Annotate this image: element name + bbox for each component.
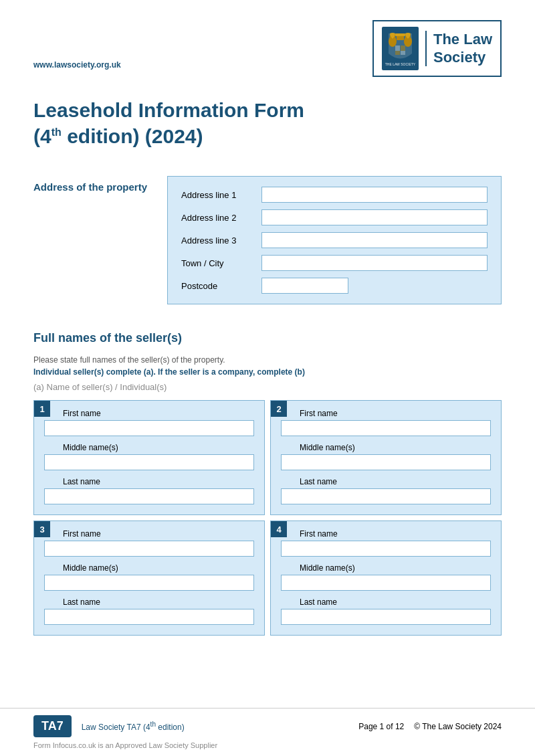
seller-card-2: 2 First name Middle name(s) Last name <box>270 400 502 515</box>
seller-1-middlename-input[interactable] <box>44 454 254 470</box>
address-section: Address of the property Address line 1 A… <box>0 163 535 318</box>
seller-1-middlename-label: Middle name(s) <box>44 443 254 452</box>
seller-3-middlename-group: Middle name(s) <box>44 563 254 591</box>
seller-3-lastname-input[interactable] <box>44 609 254 625</box>
footer-bar: TA7 Law Society TA7 (4th edition) Page 1… <box>33 715 502 737</box>
seller-3-firstname-group: First name <box>44 529 254 557</box>
logo-line1: The Law <box>433 31 492 48</box>
footer-page-info: Page 1 of 12 <box>358 722 404 731</box>
seller-3-firstname-input[interactable] <box>44 541 254 557</box>
seller-4-middlename-group: Middle name(s) <box>281 563 491 591</box>
seller-3-firstname-label: First name <box>44 529 254 539</box>
seller-card-1: 1 First name Middle name(s) Last name <box>33 400 265 515</box>
footer-supplier: Form Infocus.co.uk is an Approved Law So… <box>33 741 502 749</box>
sellers-instruction: Please state full names of the seller(s)… <box>33 355 502 365</box>
town-city-label: Town / City <box>181 258 255 268</box>
seller-4-middlename-label: Middle name(s) <box>281 563 491 573</box>
seller-1-firstname-label: First name <box>44 409 254 418</box>
footer-form-name: Law Society TA7 (4th edition) <box>82 721 349 732</box>
seller-2-firstname-input[interactable] <box>281 420 491 436</box>
address-row-town: Town / City <box>181 255 488 271</box>
svg-rect-8 <box>401 45 405 51</box>
sellers-sub-label: (a) Name of seller(s) / Individual(s) <box>33 382 502 392</box>
svg-rect-6 <box>395 33 405 36</box>
address-row-2: Address line 2 <box>181 209 488 225</box>
header: www.lawsociety.org.uk <box>0 0 535 84</box>
seller-2-middlename-label: Middle name(s) <box>281 443 491 452</box>
main-title: Leasehold Information Form (4th edition)… <box>33 97 502 149</box>
seller-4-firstname-label: First name <box>281 529 491 539</box>
page: www.lawsociety.org.uk <box>0 0 535 756</box>
seller-3-lastname-group: Last name <box>44 597 254 625</box>
seller-2-middlename-input[interactable] <box>281 454 491 470</box>
address-line2-label: Address line 2 <box>181 213 255 223</box>
title-sup: th <box>51 126 62 138</box>
address-section-label: Address of the property <box>33 176 154 193</box>
seller-number-4: 4 <box>271 521 287 537</box>
seller-number-3: 3 <box>34 521 50 537</box>
seller-2-lastname-input[interactable] <box>281 488 491 504</box>
seller-number-1: 1 <box>34 401 50 417</box>
logo-text: The Law Society <box>425 31 492 66</box>
seller-3-middlename-input[interactable] <box>44 575 254 591</box>
address-line3-input[interactable] <box>261 232 488 248</box>
seller-2-firstname-group: First name <box>281 409 491 436</box>
footer-copyright: © The Law Society 2024 <box>414 722 502 731</box>
sellers-grid: 1 First name Middle name(s) Last name 2 <box>33 400 502 636</box>
seller-1-lastname-group: Last name <box>44 477 254 504</box>
seller-4-middlename-input[interactable] <box>281 575 491 591</box>
seller-4-lastname-input[interactable] <box>281 609 491 625</box>
seller-card-3: 3 First name Middle name(s) Last name <box>33 521 265 636</box>
footer: TA7 Law Society TA7 (4th edition) Page 1… <box>0 708 535 756</box>
seller-number-2: 2 <box>271 401 287 417</box>
postcode-input[interactable] <box>261 278 348 294</box>
seller-1-firstname-input[interactable] <box>44 420 254 436</box>
logo-line2: Society <box>433 49 492 66</box>
main-title-section: Leasehold Information Form (4th edition)… <box>0 84 535 163</box>
address-row-postcode: Postcode <box>181 278 488 294</box>
seller-2-lastname-group: Last name <box>281 477 491 504</box>
seller-4-lastname-group: Last name <box>281 597 491 625</box>
address-row-3: Address line 3 <box>181 232 488 248</box>
seller-1-lastname-label: Last name <box>44 477 254 486</box>
svg-rect-7 <box>395 45 400 51</box>
seller-3-middlename-label: Middle name(s) <box>44 563 254 573</box>
seller-2-middlename-group: Middle name(s) <box>281 443 491 470</box>
seller-4-lastname-label: Last name <box>281 597 491 607</box>
postcode-label: Postcode <box>181 281 255 291</box>
website-url: www.lawsociety.org.uk <box>33 60 121 70</box>
sellers-instruction-bold: Individual seller(s) complete (a). If th… <box>33 367 502 377</box>
seller-4-firstname-input[interactable] <box>281 541 491 557</box>
address-line3-label: Address line 3 <box>181 235 255 246</box>
town-city-input[interactable] <box>261 255 488 271</box>
seller-3-lastname-label: Last name <box>44 597 254 607</box>
address-line1-label: Address line 1 <box>181 190 255 200</box>
seller-card-4: 4 First name Middle name(s) Last name <box>270 521 502 636</box>
seller-2-firstname-label: First name <box>281 409 491 418</box>
address-line2-input[interactable] <box>261 209 488 225</box>
footer-ta7-badge: TA7 <box>33 715 72 737</box>
svg-rect-10 <box>401 51 405 55</box>
address-box: Address line 1 Address line 2 Address li… <box>167 176 502 304</box>
title-line2: (4th edition) (2024) <box>33 125 203 147</box>
title-line1: Leasehold Information Form <box>33 99 304 121</box>
seller-1-middlename-group: Middle name(s) <box>44 443 254 470</box>
seller-1-lastname-input[interactable] <box>44 488 254 504</box>
seller-4-firstname-group: First name <box>281 529 491 557</box>
sellers-title: Full names of the seller(s) <box>33 331 502 345</box>
svg-text:THE LAW SOCIETY: THE LAW SOCIETY <box>385 62 416 66</box>
seller-1-firstname-group: First name <box>44 409 254 436</box>
address-line1-input[interactable] <box>261 187 488 203</box>
seller-2-lastname-label: Last name <box>281 477 491 486</box>
logo-container: THE LAW SOCIETY The Law Society <box>372 20 502 77</box>
sellers-section: Full names of the seller(s) Please state… <box>0 318 535 649</box>
crest-icon: THE LAW SOCIETY <box>382 27 419 70</box>
svg-rect-9 <box>395 51 400 55</box>
address-row-1: Address line 1 <box>181 187 488 203</box>
